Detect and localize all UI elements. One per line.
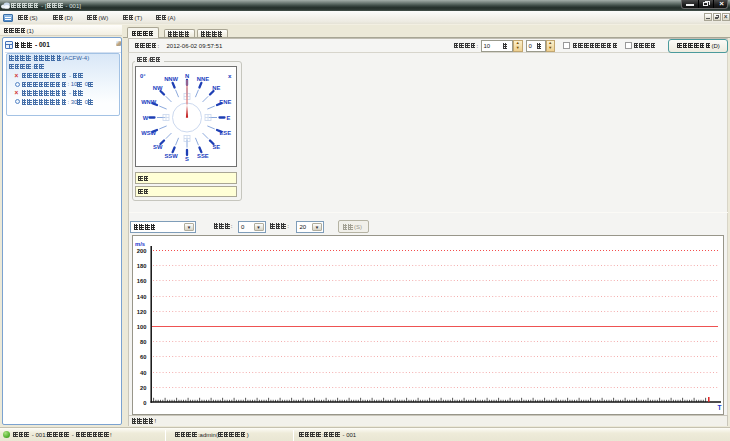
svg-text:80: 80	[140, 339, 146, 345]
svg-text:NNE: NNE	[197, 76, 209, 82]
svg-text:WNW: WNW	[141, 99, 157, 105]
svg-text:0: 0	[143, 400, 146, 406]
svg-text:160: 160	[136, 278, 146, 284]
svg-text:SW: SW	[153, 144, 163, 150]
svg-text:20: 20	[140, 385, 146, 391]
svg-text:180: 180	[136, 263, 146, 269]
svg-text:SE: SE	[212, 144, 220, 150]
svg-text:W: W	[143, 115, 149, 121]
svg-text:NW: NW	[153, 85, 163, 91]
svg-text:140: 140	[136, 294, 146, 300]
svg-text:40: 40	[140, 370, 146, 376]
svg-text:E: E	[227, 115, 231, 121]
svg-text:60: 60	[140, 354, 146, 360]
svg-text:m/s: m/s	[135, 241, 145, 247]
svg-text:0°: 0°	[140, 73, 146, 79]
svg-text:SSE: SSE	[197, 153, 209, 159]
svg-text:x: x	[228, 72, 232, 79]
svg-text:SSW: SSW	[164, 153, 178, 159]
svg-text:WSW: WSW	[141, 130, 156, 136]
svg-text:120: 120	[136, 309, 146, 315]
svg-text:NE: NE	[212, 85, 220, 91]
svg-text:NNW: NNW	[164, 76, 178, 82]
svg-text:ENE: ENE	[219, 99, 231, 105]
svg-text:100: 100	[136, 324, 146, 330]
svg-text:200: 200	[136, 248, 146, 254]
svg-text:T: T	[717, 404, 721, 411]
svg-text:S: S	[185, 156, 189, 162]
svg-text:N: N	[185, 73, 189, 79]
svg-text:ESE: ESE	[219, 130, 231, 136]
